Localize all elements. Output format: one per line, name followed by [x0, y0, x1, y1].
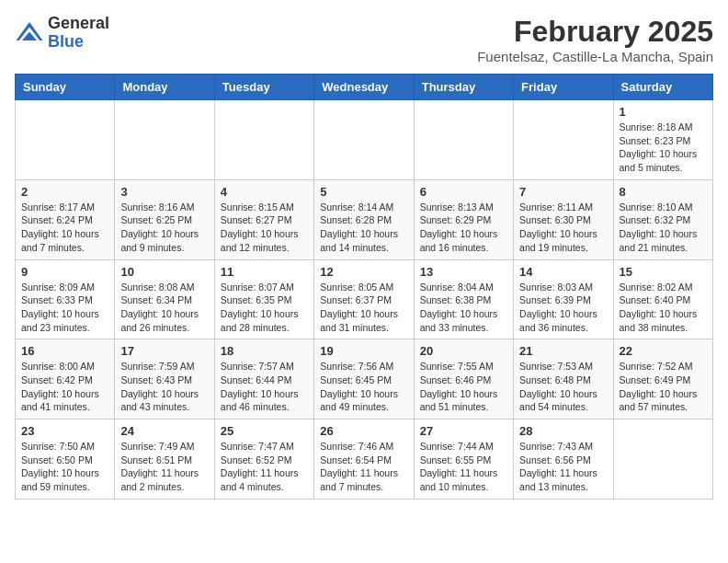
day-info: Sunrise: 8:07 AM Sunset: 6:35 PM Dayligh…: [221, 281, 308, 335]
logo-text: General Blue: [48, 15, 109, 52]
day-info: Sunrise: 8:17 AM Sunset: 6:24 PM Dayligh…: [21, 201, 108, 255]
day-number: 11: [221, 265, 308, 279]
week-row-1: 1Sunrise: 8:18 AM Sunset: 6:23 PM Daylig…: [16, 100, 713, 180]
day-number: 22: [620, 344, 707, 358]
calendar-cell: 27Sunrise: 7:44 AM Sunset: 6:55 PM Dayli…: [414, 419, 513, 500]
day-info: Sunrise: 7:59 AM Sunset: 6:43 PM Dayligh…: [120, 360, 208, 414]
day-info: Sunrise: 7:56 AM Sunset: 6:45 PM Dayligh…: [320, 360, 407, 414]
calendar-cell: 12Sunrise: 8:05 AM Sunset: 6:37 PM Dayli…: [314, 259, 414, 339]
day-number: 23: [21, 424, 108, 438]
calendar-cell: [214, 100, 313, 180]
calendar-cell: [514, 100, 613, 180]
day-info: Sunrise: 7:52 AM Sunset: 6:49 PM Dayligh…: [620, 360, 707, 414]
weekday-header-sunday: Sunday: [16, 75, 115, 100]
day-number: 27: [420, 424, 507, 438]
day-number: 24: [120, 424, 208, 438]
day-number: 19: [320, 344, 407, 358]
day-info: Sunrise: 8:05 AM Sunset: 6:37 PM Dayligh…: [320, 281, 407, 335]
calendar-cell: 1Sunrise: 8:18 AM Sunset: 6:23 PM Daylig…: [613, 100, 712, 180]
calendar-cell: 4Sunrise: 8:15 AM Sunset: 6:27 PM Daylig…: [214, 179, 313, 259]
calendar-cell: 17Sunrise: 7:59 AM Sunset: 6:43 PM Dayli…: [115, 339, 214, 419]
weekday-header-wednesday: Wednesday: [314, 75, 414, 100]
day-number: 10: [120, 265, 208, 279]
day-info: Sunrise: 8:09 AM Sunset: 6:33 PM Dayligh…: [21, 281, 108, 335]
calendar-cell: 18Sunrise: 7:57 AM Sunset: 6:44 PM Dayli…: [214, 339, 313, 419]
calendar-cell: [414, 100, 513, 180]
logo-blue: Blue: [48, 32, 84, 51]
calendar-cell: [16, 100, 115, 180]
weekday-header-friday: Friday: [514, 75, 613, 100]
calendar-cell: 24Sunrise: 7:49 AM Sunset: 6:51 PM Dayli…: [115, 419, 214, 500]
calendar-cell: 28Sunrise: 7:43 AM Sunset: 6:56 PM Dayli…: [514, 419, 613, 500]
day-info: Sunrise: 8:11 AM Sunset: 6:30 PM Dayligh…: [519, 201, 607, 255]
calendar-cell: 14Sunrise: 8:03 AM Sunset: 6:39 PM Dayli…: [514, 259, 613, 339]
day-info: Sunrise: 7:47 AM Sunset: 6:52 PM Dayligh…: [221, 440, 308, 494]
day-number: 17: [120, 344, 208, 358]
week-row-3: 9Sunrise: 8:09 AM Sunset: 6:33 PM Daylig…: [16, 259, 713, 339]
calendar-cell: 23Sunrise: 7:50 AM Sunset: 6:50 PM Dayli…: [16, 419, 115, 500]
day-number: 13: [420, 265, 507, 279]
day-info: Sunrise: 8:08 AM Sunset: 6:34 PM Dayligh…: [120, 281, 208, 335]
calendar-cell: 6Sunrise: 8:13 AM Sunset: 6:29 PM Daylig…: [414, 179, 513, 259]
day-info: Sunrise: 7:46 AM Sunset: 6:54 PM Dayligh…: [320, 440, 407, 494]
day-number: 1: [620, 105, 707, 119]
logo-general: General: [48, 14, 109, 32]
day-number: 20: [420, 344, 507, 358]
day-number: 18: [221, 344, 308, 358]
weekday-header-monday: Monday: [115, 75, 214, 100]
day-info: Sunrise: 8:10 AM Sunset: 6:32 PM Dayligh…: [620, 201, 707, 255]
day-number: 7: [519, 185, 607, 199]
logo: General Blue: [15, 15, 109, 52]
calendar-cell: [613, 419, 712, 500]
day-info: Sunrise: 7:43 AM Sunset: 6:56 PM Dayligh…: [519, 440, 607, 494]
calendar-cell: 16Sunrise: 8:00 AM Sunset: 6:42 PM Dayli…: [16, 339, 115, 419]
day-number: 8: [620, 185, 707, 199]
day-number: 15: [620, 265, 707, 279]
week-row-2: 2Sunrise: 8:17 AM Sunset: 6:24 PM Daylig…: [16, 179, 713, 259]
day-number: 26: [320, 424, 407, 438]
week-row-5: 23Sunrise: 7:50 AM Sunset: 6:50 PM Dayli…: [16, 419, 713, 500]
day-info: Sunrise: 8:00 AM Sunset: 6:42 PM Dayligh…: [21, 360, 108, 414]
day-number: 14: [519, 265, 607, 279]
calendar-cell: 19Sunrise: 7:56 AM Sunset: 6:45 PM Dayli…: [314, 339, 414, 419]
day-info: Sunrise: 7:50 AM Sunset: 6:50 PM Dayligh…: [21, 440, 108, 494]
day-number: 3: [120, 185, 208, 199]
day-info: Sunrise: 8:03 AM Sunset: 6:39 PM Dayligh…: [519, 281, 607, 335]
location: Fuentelsaz, Castille-La Mancha, Spain: [477, 49, 713, 64]
day-info: Sunrise: 8:13 AM Sunset: 6:29 PM Dayligh…: [420, 201, 507, 255]
day-number: 2: [21, 185, 108, 199]
day-number: 16: [21, 344, 108, 358]
day-info: Sunrise: 7:44 AM Sunset: 6:55 PM Dayligh…: [420, 440, 507, 494]
day-number: 28: [519, 424, 607, 438]
calendar-cell: 21Sunrise: 7:53 AM Sunset: 6:48 PM Dayli…: [514, 339, 613, 419]
title-block: February 2025 Fuentelsaz, Castille-La Ma…: [477, 15, 713, 64]
calendar-cell: [314, 100, 414, 180]
calendar-cell: 25Sunrise: 7:47 AM Sunset: 6:52 PM Dayli…: [214, 419, 313, 500]
day-number: 6: [420, 185, 507, 199]
day-info: Sunrise: 8:15 AM Sunset: 6:27 PM Dayligh…: [221, 201, 308, 255]
weekday-header-thursday: Thursday: [414, 75, 513, 100]
month-title: February 2025: [477, 15, 713, 49]
day-info: Sunrise: 7:53 AM Sunset: 6:48 PM Dayligh…: [519, 360, 607, 414]
day-info: Sunrise: 8:18 AM Sunset: 6:23 PM Dayligh…: [620, 121, 707, 175]
day-number: 4: [221, 185, 308, 199]
calendar-cell: 26Sunrise: 7:46 AM Sunset: 6:54 PM Dayli…: [314, 419, 414, 500]
day-number: 12: [320, 265, 407, 279]
calendar-cell: 9Sunrise: 8:09 AM Sunset: 6:33 PM Daylig…: [16, 259, 115, 339]
weekday-header-row: SundayMondayTuesdayWednesdayThursdayFrid…: [16, 75, 713, 100]
week-row-4: 16Sunrise: 8:00 AM Sunset: 6:42 PM Dayli…: [16, 339, 713, 419]
day-info: Sunrise: 8:04 AM Sunset: 6:38 PM Dayligh…: [420, 281, 507, 335]
day-number: 25: [221, 424, 308, 438]
calendar-cell: [115, 100, 214, 180]
calendar-cell: 15Sunrise: 8:02 AM Sunset: 6:40 PM Dayli…: [613, 259, 712, 339]
day-info: Sunrise: 8:02 AM Sunset: 6:40 PM Dayligh…: [620, 281, 707, 335]
weekday-header-saturday: Saturday: [613, 75, 712, 100]
logo-icon: [15, 18, 44, 48]
day-info: Sunrise: 7:49 AM Sunset: 6:51 PM Dayligh…: [120, 440, 208, 494]
calendar-cell: 13Sunrise: 8:04 AM Sunset: 6:38 PM Dayli…: [414, 259, 513, 339]
calendar-table: SundayMondayTuesdayWednesdayThursdayFrid…: [15, 74, 713, 500]
day-number: 5: [320, 185, 407, 199]
day-info: Sunrise: 8:16 AM Sunset: 6:25 PM Dayligh…: [120, 201, 208, 255]
calendar-cell: 10Sunrise: 8:08 AM Sunset: 6:34 PM Dayli…: [115, 259, 214, 339]
day-info: Sunrise: 8:14 AM Sunset: 6:28 PM Dayligh…: [320, 201, 407, 255]
